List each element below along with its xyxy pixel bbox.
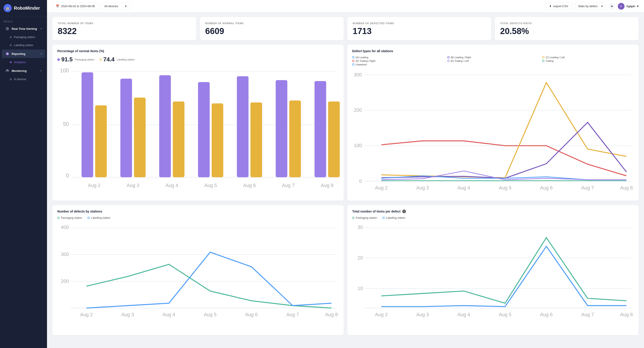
legend-b-leading-right: (B) Leading / Right — [447, 56, 539, 59]
stat-value-total: 8322 — [58, 27, 191, 35]
svg-text:Aug 5: Aug 5 — [499, 185, 512, 191]
bar-aug5-yellow — [212, 104, 223, 177]
legend-packaging-station: Packaging station — [57, 216, 82, 219]
bar-chart-legend: 91.5 Packaging station 74.4 Labelling st… — [57, 56, 339, 63]
chevron-down-icon: ▾ — [40, 28, 42, 30]
dot-active-icon — [10, 61, 12, 63]
device-filter-select[interactable]: All devices ▾ — [101, 3, 130, 10]
stats-view-select[interactable]: Stats by defect ▾ — [575, 3, 606, 10]
packaging-station-label2: Packaging station — [61, 216, 82, 219]
sidebar-section-menus: MENUS — [0, 16, 47, 24]
user-menu[interactable]: A Agajan ▾ — [618, 3, 639, 10]
defect-types-legend: (A) Leading (B) Leading / Right (C) Lead… — [352, 56, 634, 66]
legend-labelling-station: Labelling station — [88, 216, 110, 219]
bar-aug2-yellow — [95, 106, 107, 177]
items-per-defect-legend: Packaging station Labelling station — [352, 216, 634, 219]
reporting-label: Reporting — [12, 52, 25, 56]
legend-labelling-items: Labelling station — [382, 216, 406, 219]
svg-text:Aug 2: Aug 2 — [375, 185, 388, 191]
labelling-label: Labelling station — [117, 58, 135, 61]
sidebar-item-analytics[interactable]: Analytics — [2, 59, 45, 66]
bar-aug8-yellow — [328, 101, 340, 177]
svg-text:Aug 3: Aug 3 — [127, 183, 140, 188]
svg-text:Aug 2: Aug 2 — [80, 312, 93, 317]
device-filter-value: All devices — [104, 5, 118, 8]
items-per-defect-card: Total number of items per defect ℹ Packa… — [347, 205, 639, 335]
charts-row-2: Number of defects by stations Packaging … — [52, 205, 639, 335]
label-a-leading: (A) Leading — [356, 56, 368, 59]
svg-point-2 — [6, 52, 9, 55]
topbar: 📅 2024-08-02 to 2024-08-08 All devices ▾… — [47, 0, 644, 13]
logo-icon: 🤖 — [4, 4, 12, 12]
labelling-station-label: Labelling station — [14, 44, 33, 47]
sidebar-item-labelling-station[interactable]: Labelling station — [2, 42, 45, 49]
stats-view-value: Stats by defect — [578, 5, 598, 8]
svg-text:Aug 2: Aug 2 — [88, 183, 101, 188]
svg-text:400: 400 — [61, 224, 69, 230]
stat-card-total: TOTAL NUMBER OF ITEMS 8322 — [52, 17, 196, 40]
label-trailing: Trailing — [546, 60, 554, 62]
line-packaging-items — [381, 238, 626, 303]
defect-types-chart-svg: 300 200 100 0 Aug 2 Aug 3 Aug 4 Aug 5 Au… — [352, 69, 634, 195]
date-range-picker[interactable]: 📅 2024-08-02 to 2024-08-08 — [52, 3, 98, 10]
svg-text:100: 100 — [354, 143, 362, 148]
bar-aug8-purple — [314, 81, 326, 177]
legend-a-leading: (A) Leading — [352, 56, 444, 59]
svg-text:Aug 8: Aug 8 — [620, 185, 633, 191]
info-icon: ℹ — [402, 210, 406, 213]
legend-trailing: Trailing — [542, 60, 634, 62]
avatar: A — [618, 3, 624, 10]
stat-card-normal: NUMBER OF NORMAL ITEMS 6609 — [200, 17, 344, 40]
app-name: RoboMinder — [14, 6, 40, 11]
svg-text:Aug 6: Aug 6 — [243, 183, 256, 188]
stat-card-ratio: TOTAL DEFECTS RATIO 20.58% — [495, 17, 639, 40]
svg-text:Aug 6: Aug 6 — [540, 312, 553, 317]
export-csv-button[interactable]: ⬇ export CSV — [545, 3, 572, 10]
sidebar-item-reporting[interactable]: Reporting ▾ — [2, 50, 45, 58]
svg-text:Aug 2: Aug 2 — [375, 312, 388, 317]
svg-text:200: 200 — [354, 107, 362, 113]
svg-text:Aug 4: Aug 4 — [458, 185, 470, 191]
svg-text:30: 30 — [358, 224, 363, 230]
label-unpacked: Unpacked — [356, 63, 367, 66]
line-labelling-station — [86, 252, 332, 308]
svg-text:Aug 4: Aug 4 — [166, 183, 178, 188]
svg-text:Aug 5: Aug 5 — [204, 312, 216, 317]
app-logo[interactable]: 🤖 RoboMinder — [0, 0, 47, 16]
items-per-defect-header: Total number of items per defect ℹ — [352, 210, 634, 213]
packaging-station-label3: Packaging station — [356, 216, 377, 219]
svg-text:50: 50 — [63, 121, 69, 127]
theme-toggle[interactable]: ☀ — [609, 3, 615, 10]
stat-label-ratio: TOTAL DEFECTS RATIO — [500, 22, 633, 25]
sidebar-item-monitoring[interactable]: Monitoring ▾ — [2, 67, 45, 75]
bar-chart-svg-container: 100 50 0 Aug 2 Aug 3 — [57, 67, 339, 189]
defect-types-chart-card: Defect types for all stations (A) Leadin… — [347, 45, 639, 201]
sidebar-item-real-time-alerting[interactable]: Real Time Alerting ▾ — [2, 25, 45, 33]
bell-icon — [5, 27, 10, 31]
dot-labelling-items — [382, 217, 385, 219]
svg-point-6 — [7, 69, 8, 71]
svg-point-1 — [7, 28, 8, 29]
ai-devices-label: AI devices — [14, 78, 26, 81]
dot-packaging — [57, 217, 60, 219]
stat-label-total: TOTAL NUMBER OF ITEMS — [58, 22, 191, 25]
stat-value-normal: 6609 — [205, 27, 338, 35]
sidebar-item-packaging-station[interactable]: Packaging station — [2, 33, 45, 41]
content-area: TOTAL NUMBER OF ITEMS 8322 NUMBER OF NOR… — [47, 13, 644, 340]
dot-c-leading-left — [542, 56, 544, 59]
svg-text:Aug 4: Aug 4 — [163, 312, 176, 317]
legend-dot-purple — [57, 58, 60, 61]
items-per-defect-title: Total number of items per defect — [352, 210, 400, 213]
labelling-station-label3: Labelling station — [386, 216, 406, 219]
stat-label-normal: NUMBER OF NORMAL ITEMS — [205, 22, 338, 25]
svg-text:Aug 7: Aug 7 — [286, 312, 299, 317]
svg-text:Aug 5: Aug 5 — [499, 312, 512, 317]
svg-text:300: 300 — [354, 72, 362, 78]
sidebar-item-ai-devices[interactable]: AI devices — [2, 76, 45, 83]
date-range-value: 2024-08-02 to 2024-08-08 — [61, 5, 95, 8]
label-d-trailing-right: (D) Trailing / Right — [356, 60, 376, 62]
legend-dot-yellow — [100, 59, 102, 61]
analytics-label: Analytics — [14, 61, 26, 64]
svg-text:Aug 6: Aug 6 — [245, 312, 258, 317]
legend-packaging: 91.5 Packaging station — [57, 56, 94, 63]
